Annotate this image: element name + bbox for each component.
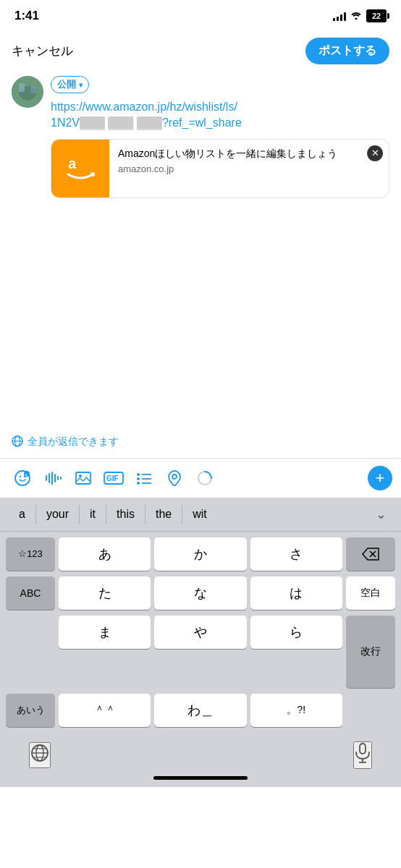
add-button[interactable]: + [368, 466, 392, 490]
autocomplete-word-it[interactable]: it [79, 505, 106, 524]
autocomplete-word-a[interactable]: a [9, 505, 35, 524]
amazon-logo: a [51, 140, 109, 197]
keyboard-row-4: あいう ＾＾ わ＿ 。?! [3, 694, 398, 727]
autocomplete-word-this[interactable]: this [106, 505, 145, 524]
key-num[interactable]: ☆123 [6, 537, 55, 571]
compose-spacer [0, 204, 401, 421]
keyboard-row-2: ABC た な は 空白 [3, 576, 398, 610]
key-ya[interactable]: や [154, 616, 246, 649]
svg-point-30 [172, 475, 177, 479]
list-button[interactable] [130, 464, 158, 492]
key-space[interactable]: 空白 [346, 576, 395, 610]
autocomplete-expand-icon[interactable]: ⌄ [370, 503, 392, 525]
key-sa[interactable]: さ [250, 537, 342, 571]
svg-point-10 [20, 476, 21, 477]
svg-rect-15 [48, 473, 50, 483]
svg-point-24 [137, 473, 140, 476]
reply-info: 全員が返信できます [0, 427, 401, 458]
key-abc[interactable]: ABC [6, 576, 55, 610]
svg-text:GIF: GIF [106, 475, 119, 482]
loading-button[interactable] [191, 464, 219, 492]
avatar-image [12, 76, 43, 108]
compose-url[interactable]: https://www.amazon.jp/hz/wishlist/ls/1N2… [51, 99, 389, 132]
svg-rect-39 [360, 744, 366, 754]
keyboard: ☆123 あ か さ ABC た な は 空白 ま や ら 改行 あいう ＾＾ … [0, 532, 401, 736]
key-ta[interactable]: た [59, 576, 151, 610]
key-wa[interactable]: わ＿ [154, 694, 246, 727]
cancel-button[interactable]: キャンセル [12, 43, 73, 59]
location-button[interactable] [161, 464, 188, 492]
svg-rect-18 [57, 476, 59, 480]
key-ma[interactable]: ま [59, 616, 151, 649]
svg-rect-17 [54, 474, 56, 482]
chevron-down-icon: ▾ [79, 81, 83, 89]
post-button[interactable]: ポストする [305, 38, 389, 64]
compose-content: 公開 ▾ https://www.amazon.jp/hz/wishlist/l… [51, 76, 389, 198]
autocomplete-word-wit[interactable]: wit [182, 505, 217, 524]
home-indicator [0, 772, 401, 787]
svg-point-26 [137, 477, 140, 480]
keyboard-row-1: ☆123 あ か さ [3, 537, 398, 571]
key-punctuation[interactable]: 。?! [250, 694, 342, 727]
svg-point-21 [79, 475, 82, 477]
emoji-button[interactable]: + [9, 464, 36, 492]
key-caret[interactable]: ＾＾ [59, 694, 151, 727]
key-delete[interactable] [346, 537, 395, 571]
autocomplete-bar: a your it this the wit ⌄ [0, 498, 401, 532]
key-aiueo[interactable]: あいう [6, 694, 55, 727]
globe-button[interactable] [29, 742, 51, 768]
key-ka[interactable]: か [154, 537, 246, 571]
link-card-title: Amazonほしい物リストを一緒に編集しましょう [118, 147, 380, 161]
top-nav: キャンセル ポストする [0, 32, 401, 70]
signal-icon [333, 11, 346, 21]
svg-text:a: a [68, 156, 77, 171]
globe-reply-icon [12, 435, 23, 449]
home-bar [153, 776, 248, 780]
svg-rect-16 [51, 472, 53, 485]
autocomplete-word-the[interactable]: the [145, 505, 182, 524]
bottom-bar [0, 736, 401, 772]
status-icons: 22 [333, 9, 387, 22]
key-na[interactable]: な [154, 576, 246, 610]
reply-info-label: 全員が返信できます [28, 435, 119, 448]
autocomplete-word-your[interactable]: your [35, 505, 79, 524]
compose-toolbar: + GIF [0, 458, 401, 498]
key-return-1[interactable]: 改行 [346, 616, 395, 688]
battery-icon: 22 [366, 9, 387, 22]
audio-button[interactable] [39, 464, 67, 492]
key-ra[interactable]: ら [250, 616, 342, 649]
status-bar: 1:41 22 [0, 0, 401, 32]
link-card-text: Amazonほしい物リストを一緒に編集しましょう amazon.co.jp [109, 140, 389, 197]
svg-point-28 [137, 482, 140, 485]
key-a[interactable]: あ [59, 537, 151, 571]
svg-rect-2 [19, 83, 25, 92]
image-button[interactable] [69, 464, 97, 492]
audience-selector[interactable]: 公開 ▾ [51, 76, 89, 93]
svg-point-4 [90, 172, 95, 176]
compose-area: 公開 ▾ https://www.amazon.jp/hz/wishlist/l… [0, 70, 401, 204]
wifi-icon [350, 10, 362, 22]
key-ha[interactable]: は [250, 576, 342, 610]
svg-text:+: + [25, 472, 28, 477]
gif-button[interactable]: GIF [100, 464, 127, 492]
microphone-button[interactable] [353, 741, 372, 769]
svg-rect-3 [30, 86, 36, 93]
keyboard-row-3: ま や ら 改行 [3, 616, 398, 688]
avatar [12, 76, 43, 108]
link-card-close-button[interactable]: ✕ [367, 145, 383, 161]
svg-rect-20 [76, 472, 90, 484]
link-card-domain: amazon.co.jp [118, 163, 380, 174]
svg-rect-14 [46, 475, 47, 481]
link-preview-card: a Amazonほしい物リストを一緒に編集しましょう amazon.co.jp … [51, 139, 389, 198]
status-time: 1:41 [14, 9, 39, 23]
svg-rect-19 [60, 477, 62, 480]
